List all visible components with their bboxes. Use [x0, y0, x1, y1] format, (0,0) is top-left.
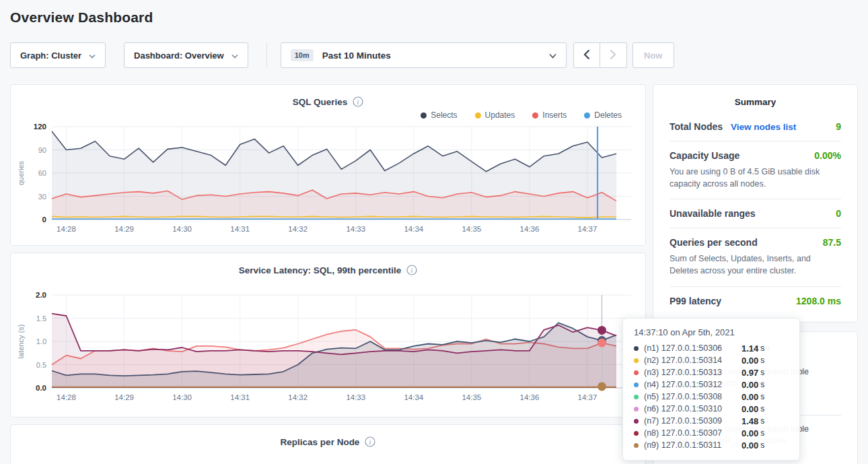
page-title: Overview Dashboard — [10, 9, 868, 26]
tooltip-row: (n5) 127.0.0.1:503080.00s — [634, 391, 789, 403]
stat-subtext: You are using 0 B of 4.5 GiB usable disk… — [670, 166, 841, 190]
stat-value: 0.00% — [814, 150, 841, 161]
y-axis-tick-label: 0.0 — [36, 384, 46, 392]
tooltip-node-label: (n2) 127.0.0.1:50314 — [644, 356, 739, 365]
tooltip-unit: s — [760, 356, 764, 365]
graph-dropdown-label: Graph: Cluster — [20, 51, 81, 61]
hover-dot — [598, 339, 606, 347]
x-axis-tick-label: 14:30 — [172, 225, 192, 233]
x-axis-tick-label: 14:36 — [520, 393, 540, 401]
info-icon[interactable]: i — [365, 436, 375, 447]
tooltip-value: 0.00 — [742, 392, 758, 402]
series-color-dot — [634, 443, 639, 448]
sql-queries-chart-title: SQL Queries — [293, 97, 348, 107]
tooltip-unit: s — [760, 428, 764, 438]
y-axis-tick-label: 1.0 — [36, 337, 46, 345]
tooltip-node-label: (n9) 127.0.0.1:50311 — [644, 440, 739, 450]
tooltip-value: 1.14 — [742, 343, 758, 354]
stat-total-nodes: Total NodesView nodes list9 — [670, 112, 841, 141]
hover-dot — [598, 382, 606, 391]
toolbar-divider — [266, 42, 267, 68]
stat-label: Total Nodes — [670, 121, 723, 132]
service-latency-chart[interactable]: 14:2814:2914:3014:3114:3214:3314:3414:35… — [14, 290, 643, 405]
tooltip-node-label: (n1) 127.0.0.1:50306 — [644, 343, 739, 353]
dashboard-dropdown[interactable]: Dashboard: Overview — [124, 42, 248, 68]
x-axis-tick-label: 14:35 — [462, 393, 481, 401]
svg-text:i: i — [357, 98, 359, 106]
time-window-picker[interactable]: 10m Past 10 Minutes — [281, 42, 567, 68]
tooltip-unit: s — [760, 392, 764, 401]
time-window-badge: 10m — [291, 49, 314, 61]
legend-item-inserts[interactable]: Inserts — [532, 110, 567, 120]
svg-text:i: i — [369, 438, 371, 446]
now-button[interactable]: Now — [632, 42, 674, 68]
tooltip-row: (n7) 127.0.0.1:503091.48s — [634, 415, 789, 427]
tooltip-unit: s — [760, 368, 764, 377]
legend-item-updates[interactable]: Updates — [475, 110, 515, 120]
y-axis-tick-label: 90 — [38, 146, 46, 154]
tooltip-unit: s — [760, 343, 764, 353]
x-axis-tick-label: 14:34 — [404, 225, 423, 233]
stat-label: P99 latency — [670, 296, 721, 306]
stat-subtext: Sum of Selects, Updates, Inserts, and De… — [670, 253, 841, 277]
legend-item-deletes[interactable]: Deletes — [584, 110, 622, 120]
info-icon[interactable]: i — [406, 265, 417, 275]
tooltip-unit: s — [760, 416, 764, 426]
x-axis-tick-label: 14:29 — [114, 225, 134, 233]
time-forward-button[interactable] — [600, 42, 627, 68]
tooltip-timestamp: 14:37:10 on Apr 5th, 2021 — [634, 327, 789, 337]
time-back-button[interactable] — [573, 42, 600, 68]
x-axis-tick-label: 14:30 — [172, 393, 192, 401]
chevron-down-icon — [549, 51, 556, 61]
info-icon[interactable]: i — [353, 96, 363, 107]
stat-value: 87.5 — [823, 237, 841, 248]
chart-hover-tooltip: 14:37:10 on Apr 5th, 2021 (n1) 127.0.0.1… — [622, 318, 800, 461]
tooltip-value: 0.00 — [742, 404, 758, 414]
stat-label: Queries per second — [670, 237, 758, 248]
x-axis-tick-label: 14:37 — [578, 393, 598, 401]
sql-queries-legend: SelectsUpdatesInsertsDeletes — [14, 109, 642, 121]
tooltip-unit: s — [760, 380, 764, 389]
stat-unavailable-ranges: Unavailable ranges0 — [670, 199, 841, 228]
stat-value: 9 — [836, 121, 841, 132]
y-axis-tick-label: 0.5 — [36, 361, 46, 369]
replicas-per-node-chart-title: Replicas per Node — [281, 437, 360, 447]
sql-queries-panel: SQL Queries i SelectsUpdatesInsertsDelet… — [10, 84, 646, 246]
y-axis-tick-label: 120 — [34, 123, 46, 131]
legend-label: Selects — [431, 110, 457, 120]
graph-dropdown[interactable]: Graph: Cluster — [10, 42, 106, 68]
summary-title: Summary — [670, 96, 841, 112]
y-axis-unit-label: queries — [17, 160, 25, 185]
tooltip-row: (n6) 127.0.0.1:503100.00s — [634, 403, 789, 415]
tooltip-node-label: (n4) 127.0.0.1:50312 — [644, 380, 739, 389]
stat-label: Unavailable ranges — [670, 208, 756, 219]
legend-label: Updates — [485, 110, 515, 120]
tooltip-unit: s — [760, 440, 764, 450]
stat-value: 1208.0 ms — [796, 296, 841, 306]
legend-label: Inserts — [542, 110, 567, 120]
series-color-dot — [634, 407, 639, 411]
tooltip-row: (n3) 127.0.0.1:503130.97s — [634, 366, 789, 378]
y-axis-tick-label: 1.5 — [36, 314, 46, 323]
svg-text:i: i — [411, 267, 413, 274]
service-latency-chart-title: Service Latency: SQL, 99th percentile — [239, 265, 402, 275]
legend-dot-icon — [584, 112, 590, 119]
series-color-dot — [634, 431, 639, 436]
tooltip-value: 0.00 — [742, 356, 758, 366]
series-color-dot — [634, 370, 639, 375]
service-latency-panel: Service Latency: SQL, 99th percentile i … — [10, 253, 646, 418]
tooltip-value: 0.00 — [742, 380, 758, 390]
chevron-right-icon — [610, 49, 616, 62]
x-axis-tick-label: 14:33 — [346, 393, 365, 401]
y-axis-tick-label: 2.0 — [36, 291, 46, 299]
legend-item-selects[interactable]: Selects — [421, 110, 457, 120]
sql-queries-chart[interactable]: 14:2814:2914:3014:3114:3214:3314:3414:35… — [14, 121, 643, 237]
chevron-down-icon — [231, 51, 238, 61]
x-axis-tick-label: 14:37 — [578, 225, 598, 233]
tooltip-node-label: (n7) 127.0.0.1:50309 — [644, 416, 739, 426]
x-axis-tick-label: 14:28 — [57, 225, 76, 233]
x-axis-tick-label: 14:29 — [114, 393, 134, 401]
view-nodes-list-link[interactable]: View nodes list — [731, 122, 796, 132]
series-color-dot — [634, 419, 639, 424]
chevron-left-icon — [583, 49, 590, 62]
